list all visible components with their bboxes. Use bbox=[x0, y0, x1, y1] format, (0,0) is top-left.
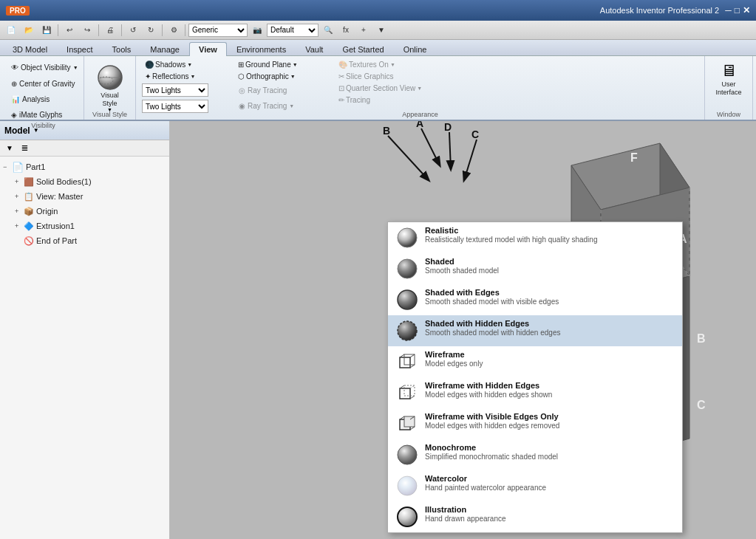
settings-button[interactable]: ⚙ bbox=[166, 23, 182, 38]
svg-rect-46 bbox=[404, 416, 415, 427]
generic-dropdown[interactable]: Generic bbox=[188, 24, 248, 37]
ground-icon: ⊞ bbox=[238, 61, 244, 69]
menu-icon-shaded-hidden-edges bbox=[395, 319, 419, 343]
menu-item-realistic[interactable]: RealisticRealistically textured model wi… bbox=[388, 222, 682, 253]
tree-item-viewmaster[interactable]: + 📋 View: Master bbox=[0, 189, 169, 204]
tree-item-solidbodies[interactable]: + 🟫 Solid Bodies(1) bbox=[0, 174, 169, 189]
tree-item-origin[interactable]: + 📦 Origin bbox=[0, 204, 169, 219]
shadows-button[interactable]: 🌑 Shadows ▼ bbox=[142, 59, 231, 70]
open-button[interactable]: 📂 bbox=[21, 23, 37, 38]
center-of-gravity-button[interactable]: ⊕ Center of Gravity bbox=[7, 76, 82, 91]
undo-button[interactable]: ↩ bbox=[61, 23, 78, 38]
tab-view[interactable]: View bbox=[189, 42, 227, 56]
visual-style-button[interactable]: Visual Style ▼ bbox=[92, 61, 128, 115]
quarter-icon: ⊡ bbox=[338, 84, 344, 92]
object-visibility-button[interactable]: 👁 Object Visibility ▼ bbox=[7, 59, 82, 75]
textures-dd-icon: ▼ bbox=[390, 62, 395, 67]
imate-glyphs-button[interactable]: ◈ iMate Glyphs bbox=[7, 107, 82, 122]
ray-tracing1-button[interactable]: ◎ Ray Tracing bbox=[235, 83, 331, 97]
maximize-btn[interactable]: □ bbox=[735, 5, 740, 16]
svg-point-34 bbox=[398, 321, 417, 340]
ray1-icon: ◎ bbox=[239, 86, 245, 95]
formula-button[interactable]: fx bbox=[338, 23, 354, 38]
svg-line-38 bbox=[410, 354, 415, 357]
tracing-icon: ✏ bbox=[338, 96, 344, 104]
slice-icon: ✂ bbox=[338, 72, 344, 80]
menu-icon-wireframe-hidden bbox=[395, 381, 419, 405]
tab-manage[interactable]: Manage bbox=[140, 42, 189, 56]
tab-3dmodel[interactable]: 3D Model bbox=[3, 42, 57, 56]
menu-item-shaded-hidden-edges[interactable]: Shaded with Hidden EdgesSmooth shaded mo… bbox=[388, 315, 682, 346]
menu-item-illustration[interactable]: IllustrationHand drawn appearance bbox=[388, 501, 682, 532]
user-interface-button[interactable]: 🖥 User Interface bbox=[711, 59, 746, 99]
visual-style-icon bbox=[95, 63, 125, 92]
visual-style-group-label: Visual Style bbox=[84, 111, 135, 118]
svg-point-33 bbox=[398, 290, 417, 309]
menu-item-wireframe-hidden[interactable]: Wireframe with Hidden EdgesModel edges w… bbox=[388, 377, 682, 408]
filter-button[interactable]: ▼ bbox=[3, 142, 16, 155]
orthographic-button[interactable]: ⬡ Orthographic ▼ bbox=[235, 71, 331, 82]
quarter-dd-icon: ▼ bbox=[417, 86, 422, 91]
viewmaster-icon: 📋 bbox=[24, 192, 34, 202]
plus-button[interactable]: + bbox=[355, 23, 372, 38]
svg-rect-36 bbox=[404, 354, 415, 365]
quarter-section-button[interactable]: ⊡ Quarter Section View ▼ bbox=[336, 83, 454, 94]
camera-icon[interactable]: 📷 bbox=[249, 23, 265, 38]
zoom-button[interactable]: 🔍 bbox=[320, 23, 336, 38]
menu-title-shaded-hidden-edges: Shaded with Hidden Edges bbox=[425, 319, 560, 328]
new-button[interactable]: 📄 bbox=[3, 23, 19, 38]
menu-item-shaded[interactable]: ShadedSmooth shaded model bbox=[388, 253, 682, 284]
qa-undo2-button[interactable]: ↺ bbox=[125, 23, 141, 38]
tab-vault[interactable]: Vault bbox=[296, 42, 333, 56]
expand-viewmaster[interactable]: + bbox=[15, 193, 24, 200]
sidebar-toolbar: ▼ 𝌆 bbox=[0, 140, 169, 157]
sidebar: Model ▼ ▼ 𝌆 − 📄 Part1 + 🟫 Solid Bodies(1… bbox=[0, 121, 170, 539]
menu-item-wireframe-visible[interactable]: Wireframe with Visible Edges OnlyModel e… bbox=[388, 408, 682, 439]
tree-item-part1[interactable]: − 📄 Part1 bbox=[0, 159, 169, 174]
ground-plane-button[interactable]: ⊞ Ground Plane ▼ bbox=[235, 59, 331, 70]
menu-desc-realistic: Realistically textured model with high q… bbox=[425, 236, 597, 244]
tab-tools[interactable]: Tools bbox=[103, 42, 141, 56]
reflections-button[interactable]: ✦ Reflections ▼ bbox=[142, 71, 231, 82]
arrow-button[interactable]: ▼ bbox=[373, 23, 389, 38]
ribbon-tabs: 3D Model Inspect Tools Manage View Envir… bbox=[0, 40, 756, 56]
svg-line-23 bbox=[388, 136, 429, 180]
minimize-btn[interactable]: ─ bbox=[725, 5, 732, 16]
expand-solidbodies[interactable]: + bbox=[15, 178, 24, 185]
tree-item-extrusion1[interactable]: + 🔷 Extrusion1 bbox=[0, 219, 169, 233]
print-button[interactable]: 🖨 bbox=[102, 23, 118, 38]
menu-item-watercolor[interactable]: WatercolorHand painted watercolor appear… bbox=[388, 470, 682, 501]
visual-style-dropdown: RealisticRealistically textured model wi… bbox=[387, 222, 683, 533]
default-dropdown[interactable]: Default bbox=[267, 24, 319, 37]
slice-graphics-button[interactable]: ✂ Slice Graphics bbox=[336, 71, 454, 82]
titlebar: PRO Autodesk Inventor Professional 2 ─ □… bbox=[0, 0, 756, 21]
lights1-dropdown[interactable]: Two Lights bbox=[142, 83, 208, 97]
ui-group-label: Window bbox=[705, 111, 752, 118]
tab-online[interactable]: Online bbox=[394, 42, 437, 56]
expand-origin[interactable]: + bbox=[15, 207, 24, 215]
part1-icon: 📄 bbox=[12, 162, 24, 173]
textures-on-button[interactable]: 🎨 Textures On ▼ bbox=[336, 59, 454, 70]
menu-icon-watercolor bbox=[395, 474, 419, 498]
qa-redo2-button[interactable]: ↻ bbox=[143, 23, 159, 38]
tree-view-button[interactable]: 𝌆 bbox=[18, 142, 31, 155]
tab-inspect[interactable]: Inspect bbox=[57, 42, 102, 56]
svg-point-50 bbox=[398, 445, 417, 464]
menu-item-wireframe[interactable]: WireframeModel edges only bbox=[388, 346, 682, 377]
save-button[interactable]: 💾 bbox=[38, 23, 55, 38]
expand-part1[interactable]: − bbox=[3, 163, 12, 171]
cog-icon: ⊕ bbox=[11, 80, 17, 88]
menu-item-monochrome[interactable]: MonochromeSimplified monochromatic shade… bbox=[388, 439, 682, 470]
svg-text:F: F bbox=[630, 151, 638, 164]
tree-item-endofpart[interactable]: 🚫 End of Part bbox=[0, 233, 169, 248]
expand-extrusion1[interactable]: + bbox=[15, 222, 24, 230]
menu-title-shaded-edges: Shaded with Edges bbox=[425, 288, 559, 297]
redo-button[interactable]: ↪ bbox=[79, 23, 95, 38]
tab-environments[interactable]: Environments bbox=[227, 42, 296, 56]
close-btn[interactable]: ✕ bbox=[743, 5, 750, 16]
tracing-button[interactable]: ✏ Tracing bbox=[336, 95, 454, 106]
tab-getstarted[interactable]: Get Started bbox=[333, 42, 393, 56]
analysis-button[interactable]: 📊 Analysis bbox=[7, 92, 82, 106]
menu-item-shaded-edges[interactable]: Shaded with EdgesSmooth shaded model wit… bbox=[388, 284, 682, 315]
ray2-icon: ◉ bbox=[239, 102, 245, 110]
